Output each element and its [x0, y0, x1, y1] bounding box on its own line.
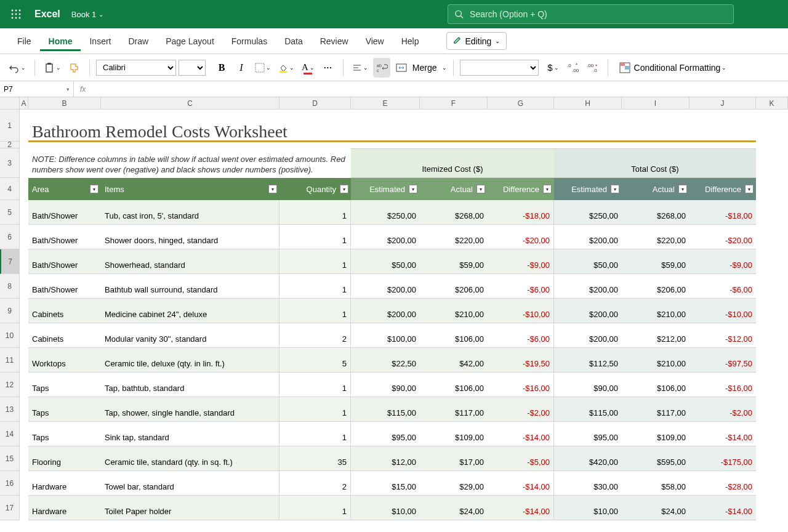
- hdr-item-diff[interactable]: Difference▾: [488, 178, 554, 200]
- cell-id-5[interactable]: -$6,00: [488, 323, 554, 348]
- cell-qty-4[interactable]: 1: [279, 299, 351, 323]
- cell-area-5[interactable]: Cabinets: [28, 323, 101, 348]
- fill-color-button[interactable]: ⌄: [276, 58, 297, 78]
- cell-ia-12[interactable]: $24,00: [420, 496, 488, 520]
- col-header-J[interactable]: J: [690, 97, 756, 110]
- wrap-text-button[interactable]: abc: [373, 58, 390, 78]
- cell-ie-8[interactable]: $115,00: [351, 397, 420, 422]
- cell-td-0[interactable]: -$18,00: [690, 200, 756, 225]
- font-color-button[interactable]: A⌄: [299, 58, 317, 78]
- cell-area-2[interactable]: Bath/Shower: [28, 249, 101, 274]
- cell-ie-2[interactable]: $50,00: [351, 249, 420, 274]
- tab-formulas[interactable]: Formulas: [223, 31, 276, 51]
- cell-ta-3[interactable]: $206,00: [622, 274, 690, 299]
- cell-ie-11[interactable]: $15,00: [351, 471, 420, 496]
- cell-id-9[interactable]: -$14,00: [488, 422, 554, 446]
- cell-ie-4[interactable]: $200,00: [351, 299, 420, 323]
- undo-button[interactable]: ⌄: [6, 58, 28, 78]
- col-header-G[interactable]: G: [488, 97, 554, 110]
- row-header-13[interactable]: 13: [0, 397, 20, 422]
- cell-te-11[interactable]: $30,00: [554, 471, 622, 496]
- cell-qty-11[interactable]: 2: [279, 471, 351, 496]
- sheet-note[interactable]: NOTE: Difference columns in table will s…: [28, 148, 351, 178]
- cell-ta-12[interactable]: $24,00: [622, 496, 690, 520]
- cell-ta-4[interactable]: $210,00: [622, 299, 690, 323]
- filter-button[interactable]: ▾: [268, 185, 277, 193]
- row-header-16[interactable]: 16: [0, 471, 20, 496]
- cell-id-6[interactable]: -$19,50: [488, 348, 554, 373]
- cell-id-1[interactable]: -$20,00: [488, 225, 554, 249]
- cell-ia-11[interactable]: $29,00: [420, 471, 488, 496]
- tab-review[interactable]: Review: [312, 31, 357, 51]
- filter-button[interactable]: ▾: [90, 185, 98, 193]
- tab-home[interactable]: Home: [40, 31, 81, 51]
- cell-ia-2[interactable]: $59,00: [420, 249, 488, 274]
- cell-td-4[interactable]: -$10,00: [690, 299, 756, 323]
- merge-button[interactable]: [393, 58, 410, 78]
- cell-area-11[interactable]: Hardware: [28, 471, 101, 496]
- cell-area-6[interactable]: Worktops: [28, 348, 101, 373]
- cell-qty-2[interactable]: 1: [279, 249, 351, 274]
- cell-ia-5[interactable]: $106,00: [420, 323, 488, 348]
- cell-te-12[interactable]: $10,00: [554, 496, 622, 520]
- align-button[interactable]: ⌄: [350, 58, 371, 78]
- section-total[interactable]: Total Cost ($): [554, 148, 756, 178]
- cell-qty-1[interactable]: 1: [279, 225, 351, 249]
- row-header-1[interactable]: 1: [0, 110, 20, 142]
- cell-qty-3[interactable]: 1: [279, 274, 351, 299]
- cell-id-4[interactable]: -$10,00: [488, 299, 554, 323]
- cell-ie-12[interactable]: $10,00: [351, 496, 420, 520]
- section-itemized[interactable]: Itemized Cost ($): [351, 148, 554, 178]
- cell-id-3[interactable]: -$6,00: [488, 274, 554, 299]
- row-header-7[interactable]: 7: [0, 249, 20, 274]
- cell-area-7[interactable]: Taps: [28, 373, 101, 397]
- col-header-F[interactable]: F: [420, 97, 488, 110]
- cell-ie-9[interactable]: $95,00: [351, 422, 420, 446]
- filter-button[interactable]: ▾: [611, 185, 619, 193]
- col-header-B[interactable]: B: [28, 97, 101, 110]
- col-header-D[interactable]: D: [279, 97, 351, 110]
- cell-td-1[interactable]: -$20,00: [690, 225, 756, 249]
- cell-te-0[interactable]: $250,00: [554, 200, 622, 225]
- cell-area-3[interactable]: Bath/Shower: [28, 274, 101, 299]
- hdr-area[interactable]: Area▾: [28, 178, 101, 200]
- row-header-3[interactable]: 3: [0, 148, 20, 178]
- cell-ta-6[interactable]: $210,00: [622, 348, 690, 373]
- cell-ta-1[interactable]: $220,00: [622, 225, 690, 249]
- row-header-6[interactable]: 6: [0, 225, 20, 249]
- cell-ie-7[interactable]: $90,00: [351, 373, 420, 397]
- row-header-14[interactable]: 14: [0, 422, 20, 446]
- cell-td-9[interactable]: -$14,00: [690, 422, 756, 446]
- cell-ia-10[interactable]: $17,00: [420, 446, 488, 471]
- cell-qty-10[interactable]: 35: [279, 446, 351, 471]
- cell-item-1[interactable]: Shower doors, hinged, standard: [101, 225, 279, 249]
- col-header-C[interactable]: C: [101, 97, 279, 110]
- cell-area-12[interactable]: Hardware: [28, 496, 101, 520]
- cell-ia-7[interactable]: $106,00: [420, 373, 488, 397]
- search-box[interactable]: [448, 4, 734, 24]
- filter-button[interactable]: ▾: [678, 185, 687, 193]
- cell-area-1[interactable]: Bath/Shower: [28, 225, 101, 249]
- row-header-17[interactable]: 17: [0, 496, 20, 520]
- filter-button[interactable]: ▾: [476, 185, 485, 193]
- cell-ta-5[interactable]: $212,00: [622, 323, 690, 348]
- cell-ie-5[interactable]: $100,00: [351, 323, 420, 348]
- name-box[interactable]: P7 ▾: [0, 81, 74, 97]
- paste-button[interactable]: ⌄: [41, 58, 63, 78]
- row-header-10[interactable]: 10: [0, 323, 20, 348]
- row-header-12[interactable]: 12: [0, 373, 20, 397]
- cell-te-9[interactable]: $95,00: [554, 422, 622, 446]
- row-header-5[interactable]: 5: [0, 200, 20, 225]
- cell-te-1[interactable]: $200,00: [554, 225, 622, 249]
- cell-id-12[interactable]: -$14,00: [488, 496, 554, 520]
- tab-file[interactable]: File: [9, 31, 40, 51]
- cell-qty-9[interactable]: 1: [279, 422, 351, 446]
- cell-ta-2[interactable]: $59,00: [622, 249, 690, 274]
- conditional-formatting-button[interactable]: Conditional Formatting ⌄: [614, 58, 732, 78]
- col-header-A[interactable]: A: [20, 97, 28, 110]
- cell-ta-0[interactable]: $268,00: [622, 200, 690, 225]
- cell-qty-0[interactable]: 1: [279, 200, 351, 225]
- cell-ie-3[interactable]: $200,00: [351, 274, 420, 299]
- cell-te-8[interactable]: $115,00: [554, 397, 622, 422]
- cell-ia-4[interactable]: $210,00: [420, 299, 488, 323]
